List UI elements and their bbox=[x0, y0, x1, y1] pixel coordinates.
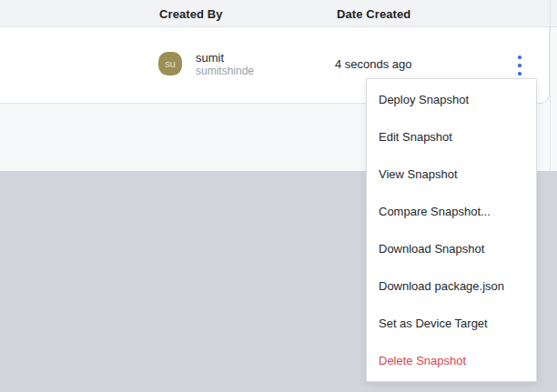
column-header-created-by[interactable]: Created By bbox=[159, 7, 223, 21]
snapshot-context-menu: Deploy Snapshot Edit Snapshot View Snaps… bbox=[366, 78, 537, 382]
menu-item-set-as-device-target[interactable]: Set as Device Target bbox=[367, 305, 536, 342]
kebab-dot bbox=[518, 64, 522, 67]
user-block: sumit sumitshinde bbox=[196, 51, 254, 78]
menu-item-edit-snapshot[interactable]: Edit Snapshot bbox=[367, 118, 536, 156]
menu-item-compare-snapshot[interactable]: Compare Snapshot... bbox=[367, 193, 536, 230]
screen: Created By Date Created su sumit sumitsh… bbox=[0, 0, 557, 392]
kebab-dot bbox=[518, 55, 522, 59]
avatar: su bbox=[158, 52, 182, 75]
kebab-dot bbox=[518, 72, 522, 75]
panel-right-border bbox=[550, 0, 551, 171]
table-header: Created By Date Created bbox=[0, 0, 557, 27]
menu-item-view-snapshot[interactable]: View Snapshot bbox=[367, 156, 536, 193]
avatar-initials: su bbox=[165, 58, 176, 69]
user-name: sumit bbox=[196, 51, 254, 65]
menu-item-download-snapshot[interactable]: Download Snapshot bbox=[367, 230, 536, 267]
column-header-date-created[interactable]: Date Created bbox=[337, 7, 410, 21]
menu-item-delete-snapshot[interactable]: Delete Snapshot bbox=[367, 342, 536, 379]
user-username: sumitshinde bbox=[196, 65, 254, 78]
date-created-value: 4 seconds ago bbox=[335, 57, 412, 71]
menu-item-download-package-json[interactable]: Download package.json bbox=[367, 267, 536, 305]
menu-item-deploy-snapshot[interactable]: Deploy Snapshot bbox=[367, 81, 536, 118]
